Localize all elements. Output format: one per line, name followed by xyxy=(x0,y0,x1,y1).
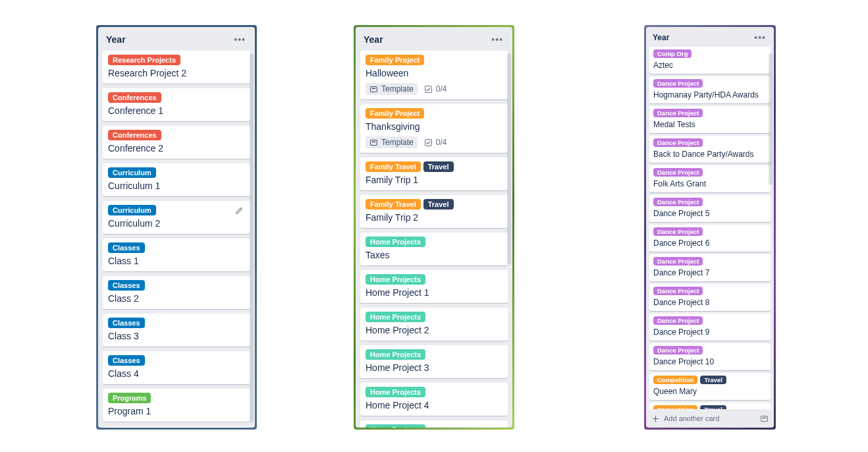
add-card-button[interactable]: Add another card xyxy=(651,414,719,423)
card-label[interactable]: Travel xyxy=(700,376,726,384)
card[interactable]: Family ProjectHalloweenTemplate0/4 xyxy=(360,51,508,99)
edit-card-button[interactable] xyxy=(232,205,246,219)
card-label[interactable]: Classes xyxy=(108,242,145,253)
card[interactable]: Dance ProjectDance Project 7 xyxy=(649,254,771,281)
card[interactable]: Home ProjectsHome Project 4 xyxy=(360,383,508,416)
card-label[interactable]: Dance Project xyxy=(653,316,703,325)
card[interactable]: Comp OrgAztec xyxy=(649,47,771,74)
card-label[interactable]: Home Projects xyxy=(366,312,425,322)
card[interactable]: Home ProjectsTaxes xyxy=(360,233,508,266)
card-label[interactable]: Dance Project xyxy=(653,287,703,295)
card[interactable]: Family TravelTravelFamily Trip 2 xyxy=(360,195,508,228)
card-label[interactable]: Home Projects xyxy=(366,237,425,247)
template-button[interactable] xyxy=(758,412,770,424)
card-label[interactable]: Travel xyxy=(700,405,726,409)
card-label[interactable]: Dance Project xyxy=(653,79,703,88)
list-menu-icon[interactable]: ••• xyxy=(489,35,506,44)
card[interactable]: ClassesClass 3 xyxy=(103,314,250,347)
card-label[interactable]: Dance Project xyxy=(653,168,703,177)
card[interactable]: ClassesClass 2 xyxy=(103,276,250,309)
labels-row: Home Projects xyxy=(366,387,502,397)
card[interactable]: CompetitionTravelQueen Mary xyxy=(649,373,771,400)
card[interactable]: ProgramsProgram 1 xyxy=(103,389,250,422)
card[interactable]: Dance ProjectFolk Arts Grant xyxy=(649,165,771,192)
card-title: Dance Project 9 xyxy=(653,327,767,337)
card[interactable]: Home ProjectsHome Project 3 xyxy=(360,345,508,378)
card[interactable]: Home ProjectsHome Project 2 xyxy=(360,308,508,341)
card[interactable]: ProgramsProgram 2 xyxy=(103,426,250,428)
card[interactable]: Dance ProjectDance Project 9 xyxy=(649,314,771,341)
card-template-icon xyxy=(369,85,378,94)
card-title: Dance Project 8 xyxy=(653,297,767,308)
card[interactable]: Home ProjectsHome Project 5 xyxy=(360,420,508,428)
list-menu-icon[interactable]: ••• xyxy=(231,35,248,44)
badges-row: Template0/4 xyxy=(366,83,502,95)
card-label[interactable]: Dance Project xyxy=(653,109,703,117)
card[interactable]: Research ProjectsResearch Project 2 xyxy=(103,51,250,84)
list-menu-icon[interactable]: ••• xyxy=(751,33,769,42)
card-title: Dance Project 5 xyxy=(653,208,767,219)
card-label[interactable]: Dance Project xyxy=(653,257,703,266)
scrollbar[interactable] xyxy=(250,53,254,422)
card-label[interactable]: Research Projects xyxy=(108,55,180,65)
list-title[interactable]: Year xyxy=(364,34,383,45)
card[interactable]: CurriculumCurriculum 1 xyxy=(103,163,250,196)
card-label[interactable]: Travel xyxy=(423,161,454,172)
card[interactable]: ConferencesConference 1 xyxy=(103,88,250,121)
card[interactable]: Family ProjectThanksgivingTemplate0/4 xyxy=(360,104,508,153)
card[interactable]: Dance ProjectMedal Tests xyxy=(649,106,771,133)
list-year-work: Year ••• Research ProjectsResearch Proje… xyxy=(98,27,255,428)
list-year-dance: Year ••• Comp OrgAztecDance ProjectHogma… xyxy=(646,27,774,428)
card-label[interactable]: Classes xyxy=(108,355,145,366)
card[interactable]: Dance ProjectHogmanay Party/HDA Awards xyxy=(649,76,771,103)
card-label[interactable]: Home Projects xyxy=(366,274,425,285)
scrollbar[interactable] xyxy=(507,53,511,264)
card[interactable]: Home ProjectsHome Project 1 xyxy=(360,270,508,303)
card[interactable]: ConferencesConference 2 xyxy=(103,126,250,159)
labels-row: Conferences xyxy=(108,92,245,103)
scrollbar[interactable] xyxy=(769,53,773,185)
card-label[interactable]: Competition xyxy=(653,376,697,384)
card-label[interactable]: Family Travel xyxy=(366,199,421,210)
card-title: Class 2 xyxy=(108,293,245,304)
card-label[interactable]: Home Projects xyxy=(366,349,425,360)
card[interactable]: ClassesClass 1 xyxy=(103,239,250,271)
card-label[interactable]: Dance Project xyxy=(653,346,703,354)
labels-row: Dance Project xyxy=(653,287,767,295)
card[interactable]: Family TravelTravelFamily Trip 1 xyxy=(360,157,508,190)
card-label[interactable]: Dance Project xyxy=(653,138,703,147)
list-title[interactable]: Year xyxy=(653,33,669,42)
card-label[interactable]: Conferences xyxy=(108,92,161,103)
card-label[interactable]: Home Projects xyxy=(366,424,425,428)
card-label[interactable]: Home Projects xyxy=(366,387,425,397)
card-label[interactable]: Family Project xyxy=(366,55,424,65)
card-label[interactable]: Comp Org xyxy=(653,49,692,58)
labels-row: CompetitionTravel xyxy=(653,376,767,384)
labels-row: Dance Project xyxy=(653,257,767,266)
card-label[interactable]: Dance Project xyxy=(653,198,703,206)
card[interactable]: Dance ProjectDance Project 6 xyxy=(649,225,771,252)
card-label[interactable]: Curriculum xyxy=(108,167,156,178)
board-dance: Year ••• Comp OrgAztecDance ProjectHogma… xyxy=(644,25,776,430)
card[interactable]: Dance ProjectDance Project 8 xyxy=(649,284,771,311)
card[interactable]: Dance ProjectBack to Dance Party/Awards xyxy=(649,136,771,163)
card-label[interactable]: Family Project xyxy=(366,108,424,119)
card[interactable]: CompetitionTravelCo Indoor xyxy=(649,403,771,409)
card[interactable]: Dance ProjectDance Project 5 xyxy=(649,195,771,222)
card[interactable]: Dance ProjectDance Project 10 xyxy=(649,343,771,370)
card-label[interactable]: Classes xyxy=(108,318,145,328)
card-label[interactable]: Conferences xyxy=(108,130,161,140)
card-label[interactable]: Dance Project xyxy=(653,227,703,236)
card-label[interactable]: Family Travel xyxy=(366,161,421,172)
card-title: Curriculum 1 xyxy=(108,180,245,192)
card-label[interactable]: Competition xyxy=(653,405,697,409)
card[interactable]: CurriculumCurriculum 2 xyxy=(103,201,250,234)
card-label[interactable]: Curriculum xyxy=(108,205,156,215)
list-title[interactable]: Year xyxy=(106,34,126,45)
labels-row: Classes xyxy=(108,318,245,328)
card-label[interactable]: Programs xyxy=(108,393,151,403)
card[interactable]: ClassesClass 4 xyxy=(103,351,250,384)
card-title: Dance Project 6 xyxy=(653,238,767,248)
card-label[interactable]: Classes xyxy=(108,280,145,291)
card-label[interactable]: Travel xyxy=(423,199,454,210)
